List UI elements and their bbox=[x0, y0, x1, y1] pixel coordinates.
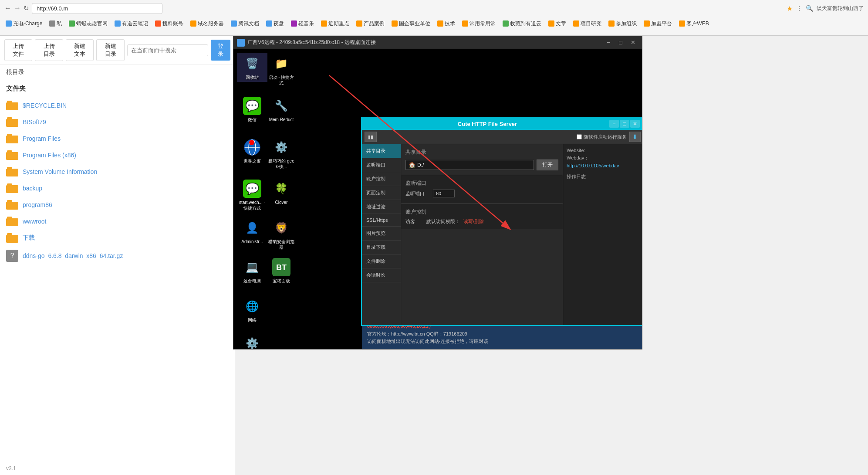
desktop-icon-startup[interactable]: 📁 启动 - 快捷方式 bbox=[266, 53, 297, 88]
desktop-icon-startwech[interactable]: 💬 start.wech... - 快捷方式 bbox=[237, 178, 267, 213]
star-icon[interactable]: ★ bbox=[787, 4, 793, 13]
desktop-icon-geek[interactable]: ⚙️ 极巧巧的 geek·快... bbox=[266, 136, 297, 171]
bookmark-item[interactable]: 私 bbox=[46, 19, 65, 28]
bookmark-icon bbox=[356, 20, 362, 27]
bookmark-icon bbox=[573, 20, 579, 27]
hs-open-button[interactable]: 打开 bbox=[537, 159, 558, 170]
upload-file-button[interactable]: 上传文件 bbox=[4, 39, 32, 61]
hs-toolbar-btn-stop[interactable]: ▮▮ bbox=[365, 132, 377, 142]
desktop-icon-label: 回收站 bbox=[246, 75, 259, 80]
desktop-icon-network[interactable]: 🌐 网络 bbox=[237, 295, 267, 325]
bookmark-item[interactable]: 项目研究 bbox=[570, 19, 605, 28]
back-icon[interactable]: ← bbox=[4, 4, 11, 12]
bookmark-label: 蜻蜓志愿官网 bbox=[76, 20, 108, 27]
hs-maximize-button[interactable]: □ bbox=[620, 120, 629, 128]
hs-nav-image-preview[interactable]: 图片预览 bbox=[362, 227, 401, 241]
desktop-icon-control[interactable]: ⚙️ 控制面板 bbox=[237, 332, 267, 349]
hs-minimize-button[interactable]: − bbox=[609, 120, 619, 128]
bottom-line3: 官方论坛：http://www.bt.cn QQ群：719166209 bbox=[367, 330, 637, 338]
bookmark-label: 技术 bbox=[445, 20, 455, 27]
list-item[interactable]: Program Files (x86) bbox=[0, 147, 235, 163]
list-item[interactable]: System Volume Information bbox=[0, 163, 235, 180]
hs-nav-dir-download[interactable]: 目录下载 bbox=[362, 241, 401, 254]
reload-icon[interactable]: ↻ bbox=[24, 4, 29, 12]
desktop-icon-thispc[interactable]: 💻 这台电脑 bbox=[237, 256, 267, 285]
bookmark-item[interactable]: 文章 bbox=[545, 19, 569, 28]
hs-download-icon[interactable]: ⬇ bbox=[629, 132, 641, 142]
upload-dir-button[interactable]: 上传目录 bbox=[35, 39, 63, 61]
list-item[interactable]: backup bbox=[0, 180, 235, 197]
list-item[interactable]: BtSoft79 bbox=[0, 114, 235, 130]
address-input[interactable] bbox=[32, 3, 162, 14]
hs-port-row: 监听端口 bbox=[405, 190, 558, 197]
bookmark-item[interactable]: 搜料账号 bbox=[152, 19, 186, 28]
bookmark-item[interactable]: 有道云笔记 bbox=[111, 19, 151, 28]
control-icon: ⚙️ bbox=[243, 334, 261, 349]
close-button[interactable]: ✕ bbox=[627, 38, 638, 47]
hs-close-button[interactable]: ✕ bbox=[630, 120, 640, 128]
bookmark-item[interactable]: 充电-Charge bbox=[3, 19, 45, 28]
port-label: 监听端口 bbox=[405, 190, 429, 197]
desktop-icon-admin[interactable]: 👤 Administr... bbox=[237, 217, 267, 246]
desktop-icon-label: 这台电脑 bbox=[243, 278, 261, 284]
list-item[interactable]: wwwroot bbox=[0, 213, 235, 230]
bookmark-item[interactable]: 收藏到有道云 bbox=[500, 19, 544, 28]
list-item[interactable]: $RECYCLE.BIN bbox=[0, 97, 235, 114]
hs-nav-shared-dir[interactable]: 共享目录 bbox=[362, 144, 401, 158]
desktop-icon-browser[interactable]: 🦁 猎豹安全浏览器 bbox=[266, 217, 297, 252]
new-dir-button[interactable]: 新建目录 bbox=[96, 39, 124, 61]
bookmark-label: 域名服务器 bbox=[198, 20, 224, 27]
bookmark-item[interactable]: 夜盘 bbox=[263, 19, 287, 28]
port-input[interactable] bbox=[433, 190, 455, 197]
memreduct-icon: 🔧 bbox=[272, 97, 290, 115]
hs-nav-ssl[interactable]: SSL/Https bbox=[362, 214, 401, 227]
bookmark-item[interactable]: 常用常用常 bbox=[459, 19, 499, 28]
search-icon[interactable]: 🔍 bbox=[806, 5, 813, 12]
bookmark-icon bbox=[462, 20, 468, 27]
hs-webdav-url: http://10.0.0.105/webdav bbox=[567, 163, 640, 168]
login-button[interactable]: 登录 bbox=[211, 40, 230, 61]
bookmark-item[interactable]: 加盟平台 bbox=[641, 19, 675, 28]
hs-nav-listen-port[interactable]: 监听端口 bbox=[362, 158, 401, 172]
bookmark-item[interactable]: 蜻蜓志愿官网 bbox=[66, 19, 111, 28]
recycle-icon: 🗑️ bbox=[243, 54, 261, 73]
hs-nav-page-customize[interactable]: 页面定制 bbox=[362, 186, 401, 200]
maximize-button[interactable]: □ bbox=[615, 38, 626, 47]
hs-nav-file-delete[interactable]: 文件删除 bbox=[362, 254, 401, 268]
bookmark-item[interactable]: 域名服务器 bbox=[187, 19, 227, 28]
desktop-icon-wechat[interactable]: 💬 微信 bbox=[237, 95, 267, 124]
bookmark-item[interactable]: 腾讯文档 bbox=[228, 19, 262, 28]
bookmark-icon bbox=[190, 20, 196, 27]
hs-right-panel: Website: Webdav： http://10.0.0.105/webda… bbox=[563, 144, 642, 325]
desktop-icon-memreduct[interactable]: 🔧 Mem Reduct bbox=[266, 95, 297, 124]
new-text-button[interactable]: 新建文本 bbox=[66, 39, 94, 61]
bookmark-item[interactable]: 国企事业单位 bbox=[388, 19, 433, 28]
bookmark-item[interactable]: 参加组织 bbox=[605, 19, 640, 28]
clover-icon: 🍀 bbox=[272, 180, 290, 198]
bookmark-item[interactable]: 产品案例 bbox=[353, 19, 388, 28]
desktop-icon-clover[interactable]: 🍀 Clover bbox=[266, 178, 297, 207]
access-permission: 读写/删除 bbox=[463, 218, 484, 225]
menu-icon[interactable]: ⋮ bbox=[796, 5, 802, 12]
hs-nav-account-control[interactable]: 账户控制 bbox=[362, 172, 401, 186]
list-item[interactable]: ? ddns-go_6.6.8_darwin_x86_64.tar.gz bbox=[0, 246, 235, 265]
hs-nav-session-duration[interactable]: 会话时长 bbox=[362, 268, 401, 282]
desktop-icon-bt[interactable]: BT 宝塔面板 bbox=[266, 256, 297, 285]
hs-nav-address-filter[interactable]: 地址过滤 bbox=[362, 200, 401, 214]
list-item[interactable]: program86 bbox=[0, 197, 235, 213]
bookmark-item[interactable]: 客户WEB bbox=[676, 19, 712, 28]
desktop-icon-recycle[interactable]: 🗑️ 回收站 bbox=[237, 53, 267, 82]
bookmark-item[interactable]: 近期重点 bbox=[318, 19, 352, 28]
bookmark-item[interactable]: 技术 bbox=[434, 19, 458, 28]
list-item[interactable]: Program Files bbox=[0, 130, 235, 147]
bookmark-icon bbox=[437, 20, 443, 27]
bookmark-label: 有道云笔记 bbox=[122, 20, 148, 27]
desktop-icon-world[interactable]: 世界之窗 bbox=[237, 136, 267, 166]
list-item[interactable]: 下载 bbox=[0, 230, 235, 246]
search-input[interactable] bbox=[127, 44, 208, 56]
hs-autostart-checkbox[interactable] bbox=[577, 134, 582, 139]
minimize-button[interactable]: − bbox=[603, 38, 614, 47]
rd-desktop: 🗑️ 回收站 📁 启动 - 快捷方式 💬 微信 🔧 Mem Reduct bbox=[233, 49, 642, 349]
forward-icon[interactable]: → bbox=[14, 4, 21, 12]
bookmark-item[interactable]: 轻音乐 bbox=[288, 19, 317, 28]
